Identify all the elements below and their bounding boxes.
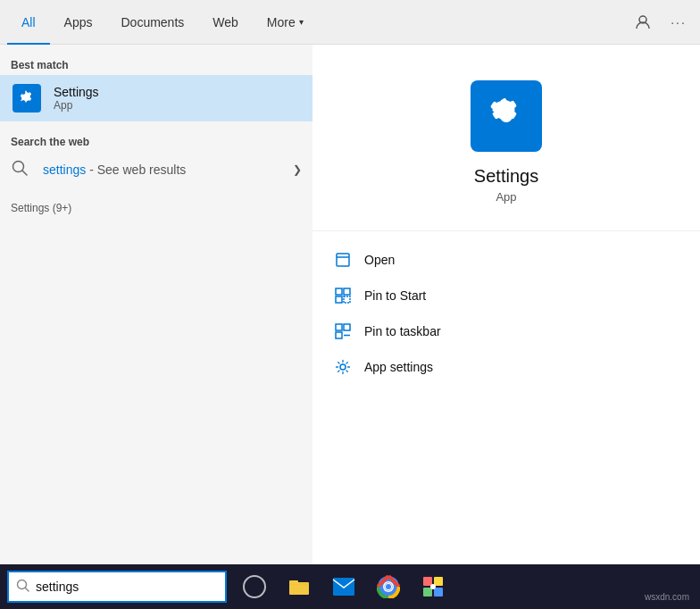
web-search-chevron: ❯ (293, 163, 302, 176)
svg-rect-5 (336, 288, 342, 295)
app-detail: Settings App (312, 45, 700, 231)
extra-app-icon (421, 575, 445, 598)
web-search-item[interactable]: settings - See web results ❯ (0, 152, 312, 188)
taskbar: settings (0, 564, 700, 609)
taskbar-extra-button[interactable] (412, 564, 454, 609)
pin-to-start-action[interactable]: Pin to Start (312, 278, 700, 313)
taskbar-search-value: settings (36, 580, 79, 594)
app-type-large: App (496, 190, 516, 204)
taskbar-search-icon (16, 579, 30, 596)
cortana-circle-icon (243, 575, 266, 598)
app-settings-action[interactable]: App settings (312, 349, 700, 385)
open-icon (334, 251, 352, 269)
svg-rect-7 (336, 296, 342, 303)
more-results-section: Settings (9+) (0, 195, 312, 221)
svg-line-15 (26, 588, 29, 591)
tab-more[interactable]: More ▾ (253, 0, 318, 45)
pin-to-taskbar-action[interactable]: Pin to taskbar (312, 313, 700, 349)
svg-rect-18 (333, 578, 354, 596)
settings-app-icon-small (12, 84, 41, 113)
open-label: Open (364, 253, 395, 267)
tab-bar: All Apps Documents Web More ▾ ··· (0, 0, 700, 45)
right-panel: Settings App Open (312, 45, 700, 564)
svg-point-28 (430, 584, 436, 589)
browser-icon (377, 575, 400, 598)
watermark: wsxdn.com (645, 592, 689, 602)
taskbar-app-icons (234, 564, 454, 609)
pin-start-icon (334, 287, 352, 304)
app-settings-icon (334, 358, 352, 376)
svg-point-14 (18, 580, 27, 588)
svg-rect-25 (434, 577, 443, 586)
action-list: Open Pin to Start (312, 231, 700, 396)
svg-rect-24 (423, 577, 432, 586)
app-settings-label: App settings (364, 360, 433, 374)
svg-point-13 (340, 364, 346, 370)
svg-rect-11 (336, 332, 342, 338)
settings-app-icon-large (471, 80, 542, 152)
more-results-label: Settings (9+) (11, 198, 302, 218)
svg-point-23 (386, 584, 391, 589)
web-search-label: Search the web (0, 129, 312, 152)
settings-app-type: App (54, 99, 99, 112)
left-panel: Best match Settings App (0, 45, 312, 564)
user-icon-button[interactable] (629, 8, 657, 37)
svg-rect-9 (336, 324, 342, 330)
svg-rect-27 (434, 588, 443, 596)
search-web-icon (11, 159, 32, 180)
pin-taskbar-label: Pin to taskbar (364, 324, 441, 338)
taskbar-mail-button[interactable] (323, 564, 364, 609)
file-explorer-icon (288, 575, 311, 598)
chevron-down-icon: ▾ (299, 17, 304, 27)
taskbar-search-box[interactable]: settings (7, 571, 227, 603)
pin-start-label: Pin to Start (364, 288, 426, 303)
app-name-large: Settings (474, 166, 538, 187)
svg-rect-26 (423, 588, 432, 596)
svg-line-2 (22, 171, 27, 175)
taskbar-cortana-button[interactable] (234, 564, 275, 609)
settings-app-name: Settings (54, 85, 99, 99)
tab-apps[interactable]: Apps (50, 0, 107, 45)
taskbar-browser-button[interactable] (368, 564, 409, 609)
svg-rect-8 (344, 296, 350, 303)
svg-rect-10 (344, 324, 350, 330)
settings-result-item[interactable]: Settings App (0, 75, 312, 121)
best-match-label: Best match (0, 52, 312, 75)
main-content: Best match Settings App (0, 45, 700, 564)
tab-all[interactable]: All (7, 0, 50, 45)
taskbar-file-explorer-button[interactable] (279, 564, 320, 609)
open-action[interactable]: Open (312, 242, 700, 278)
pin-taskbar-icon (334, 322, 352, 340)
web-search-section: Search the web settings - See web result… (0, 121, 312, 195)
tab-web[interactable]: Web (198, 0, 253, 45)
more-options-button[interactable]: ··· (664, 8, 693, 37)
svg-rect-3 (337, 254, 349, 266)
svg-rect-6 (344, 288, 350, 295)
mail-icon (332, 577, 355, 596)
tab-documents[interactable]: Documents (106, 0, 198, 45)
web-search-query: settings - See web results (43, 163, 186, 177)
settings-result-icon (11, 82, 43, 114)
svg-rect-17 (289, 580, 298, 584)
start-menu: All Apps Documents Web More ▾ ··· (0, 0, 700, 564)
